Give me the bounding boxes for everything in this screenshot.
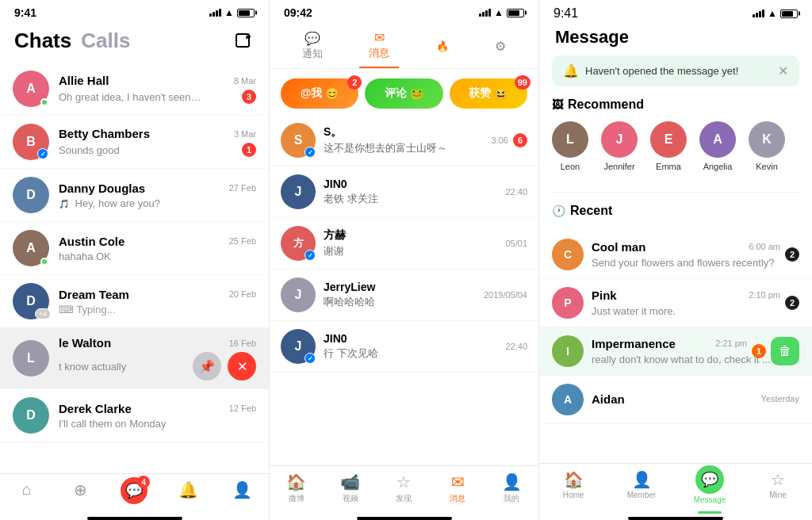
notif-content-s: S。 这不是你想去的富士山呀～ xyxy=(324,125,487,155)
tab-member-3[interactable]: 👤 Member xyxy=(607,470,676,504)
notif-text-jin0-1: 老铁 求关注 xyxy=(324,192,500,206)
recommend-jennifer[interactable]: J Jennifer xyxy=(601,121,638,171)
like-badge: 99 xyxy=(515,75,530,90)
notif-name-jerryliew: JerryLiew xyxy=(324,281,479,293)
notifications-panel: 09:42 ▲ 💬 通知 ✉ 消息 🔥 ⚙ @我 😊 2 xyxy=(270,0,539,520)
tab-search-1[interactable]: ⊕ xyxy=(54,480,108,504)
comment-emoji: 🐸 xyxy=(410,87,423,100)
recommend-angelia[interactable]: A Angelia xyxy=(699,121,736,171)
chat-item-dreamteam[interactable]: D +4 Dream Team 20 Feb ⌨ Typing... xyxy=(0,275,269,328)
recent-section-header: 🕐 Recent xyxy=(539,199,812,231)
tab-video[interactable]: 📹 视频 xyxy=(324,472,377,504)
status-icons-1: ▲ xyxy=(209,7,255,18)
notif-tab-label-2: 消息 xyxy=(369,46,389,60)
chat-name-row-dreamteam: Dream Team 20 Feb xyxy=(59,288,256,301)
recommend-avatar-emma: E xyxy=(650,121,687,158)
pin-button-walton[interactable]: 📌 xyxy=(193,352,221,380)
chat-item-allie[interactable]: A Allie Hall 8 Mar Oh great idea, I have… xyxy=(0,63,269,116)
tab-messages[interactable]: ✉ 消息 xyxy=(431,472,485,504)
avatar-wrap-walton: L xyxy=(13,340,49,377)
chat-item-betty[interactable]: B ✓ Betty Chambers 3 Mar Sounds good 1 xyxy=(0,116,269,169)
envelope-icon: ✉ xyxy=(374,30,385,45)
notif-content-fanghe: 方赫 谢谢 xyxy=(324,228,500,258)
chat-list: A Allie Hall 8 Mar Oh great idea, I have… xyxy=(0,63,269,473)
chat-preview-row-dreamteam: ⌨ Typing... xyxy=(59,304,256,315)
delete-button-walton[interactable]: ✕ xyxy=(228,352,256,380)
badge-betty: 1 xyxy=(242,143,256,157)
tab-messages-label: 消息 xyxy=(450,493,465,504)
time-2: 09:42 xyxy=(284,6,312,19)
notif-tab-settings[interactable]: ⚙ xyxy=(485,36,515,60)
home-indicator-2 xyxy=(357,517,452,520)
chat-info-danny: Danny Douglas 27 Feb 🎵 Hey, how are you? xyxy=(59,182,256,209)
chat-date-allie: 8 Mar xyxy=(234,76,256,86)
chat-name-austin: Austin Cole xyxy=(59,235,124,248)
tab-mine-3[interactable]: ☆ Mine xyxy=(744,470,812,504)
recent-time-coolman: 6:00 am xyxy=(749,242,780,251)
tab-member-label-3: Member xyxy=(627,491,657,499)
chat-date-austin: 25 Feb xyxy=(229,236,256,246)
chat-preview-row-austin: hahaha OK xyxy=(59,250,256,262)
chat-item-austin[interactable]: A Austin Cole 25 Feb hahaha OK xyxy=(0,222,269,275)
weibo-icon: 🏠 xyxy=(286,472,306,491)
recommend-avatar-jennifer: J xyxy=(601,121,638,158)
banner-close-button[interactable]: ✕ xyxy=(778,63,788,78)
compose-button[interactable] xyxy=(232,30,255,52)
like-button[interactable]: 获赞 😆 99 xyxy=(450,78,527,109)
like-emoji: 😆 xyxy=(494,87,508,100)
chat-name-danny: Danny Douglas xyxy=(59,182,145,195)
tab-home-3[interactable]: 🏠 Home xyxy=(539,470,607,504)
at-badge: 2 xyxy=(347,75,362,90)
tab-profile-1[interactable]: 👤 xyxy=(215,480,269,504)
recent-impermanence[interactable]: I Impermanence 2:21 pm really don't know… xyxy=(539,327,812,376)
tab-weibo[interactable]: 🏠 微博 xyxy=(270,472,324,504)
notif-item-jerryliew[interactable]: J JerryLiew 啊哈哈哈哈 2019/05/04 xyxy=(270,270,538,321)
notif-item-jin0-1[interactable]: J JIN0 老铁 求关注 22:40 xyxy=(270,166,538,218)
notif-tab-fire[interactable]: 🔥 xyxy=(427,37,458,59)
home-indicator-3 xyxy=(628,517,723,520)
recommend-name-angelia: Angelia xyxy=(703,162,733,171)
notif-item-fanghe[interactable]: 方 ✓ 方赫 谢谢 05/01 xyxy=(270,218,538,270)
chat-info-derek: Derek Clarke 12 Feb I'll call them on Mo… xyxy=(59,402,256,430)
notif-item-jin0-2[interactable]: J ✓ JIN0 行 下次见哈 22:40 xyxy=(270,321,538,373)
recommend-kevin[interactable]: K Kevin xyxy=(749,121,785,171)
comment-button[interactable]: 评论 🐸 xyxy=(365,78,442,109)
bottom-tab-bar-2: 🏠 微博 📹 视频 ☆ 发现 ✉ 消息 👤 我的 xyxy=(270,465,538,514)
recent-coolman[interactable]: C Cool man 6:00 am Send your flowers and… xyxy=(539,231,812,279)
at-me-button[interactable]: @我 😊 2 xyxy=(281,78,358,109)
signal-icon-1 xyxy=(209,9,221,17)
tab-home-1[interactable]: ⌂ xyxy=(0,480,54,504)
notif-item-s[interactable]: S ✓ S。 这不是你想去的富士山呀～ 3:06 6 xyxy=(270,115,538,166)
notif-tab-message[interactable]: ✉ 消息 xyxy=(359,27,399,68)
tab-message-3[interactable]: 💬 Message xyxy=(676,470,744,504)
avatar-danny: D xyxy=(13,177,49,213)
recommend-leon[interactable]: L Leon xyxy=(552,121,588,171)
chat-item-danny[interactable]: D Danny Douglas 27 Feb 🎵 Hey, how are yo… xyxy=(0,169,269,222)
notif-avatar-s: S ✓ xyxy=(281,123,316,158)
verified-s: ✓ xyxy=(304,147,316,158)
recent-aidan[interactable]: A Aidan Yesterday xyxy=(539,376,812,424)
recommend-emma[interactable]: E Emma xyxy=(650,121,687,171)
chat-name-row-austin: Austin Cole 25 Feb xyxy=(59,235,256,248)
tab-alerts-1[interactable]: 🔔 xyxy=(161,480,215,504)
tab-chats-1[interactable]: 💬 4 xyxy=(108,480,162,504)
battery-icon-2 xyxy=(507,9,524,17)
recent-title: 🕐 Recent xyxy=(552,204,799,218)
chat-preview-dreamteam: ⌨ Typing... xyxy=(59,304,116,315)
delete-impermanence-button[interactable]: 🗑 xyxy=(771,337,799,365)
notif-name-s: S。 xyxy=(324,125,487,140)
tab-discover[interactable]: ☆ 发现 xyxy=(377,472,431,504)
tab-mine[interactable]: 👤 我的 xyxy=(485,472,538,504)
recent-name-pink: Pink xyxy=(592,289,617,302)
notif-tab-tonzhi[interactable]: 💬 通知 xyxy=(293,28,332,67)
wifi-icon-1: ▲ xyxy=(224,7,234,18)
avatar-derek: D xyxy=(13,397,49,434)
recent-badge-impermanence: 1 xyxy=(752,344,766,358)
chat-item-derek[interactable]: D Derek Clarke 12 Feb I'll call them on … xyxy=(0,389,269,442)
mine-icon-3: ☆ xyxy=(771,470,785,489)
verified-betty: ✓ xyxy=(37,148,48,159)
recommend-title: 🖼 Recommend xyxy=(552,98,799,112)
chat-item-walton[interactable]: L le Walton 16 Feb t know actually 📌 ✕ xyxy=(0,328,269,389)
wifi-icon-3: ▲ xyxy=(768,8,777,19)
recent-pink[interactable]: P Pink 2:10 pm Just water it more. 2 xyxy=(539,279,812,327)
